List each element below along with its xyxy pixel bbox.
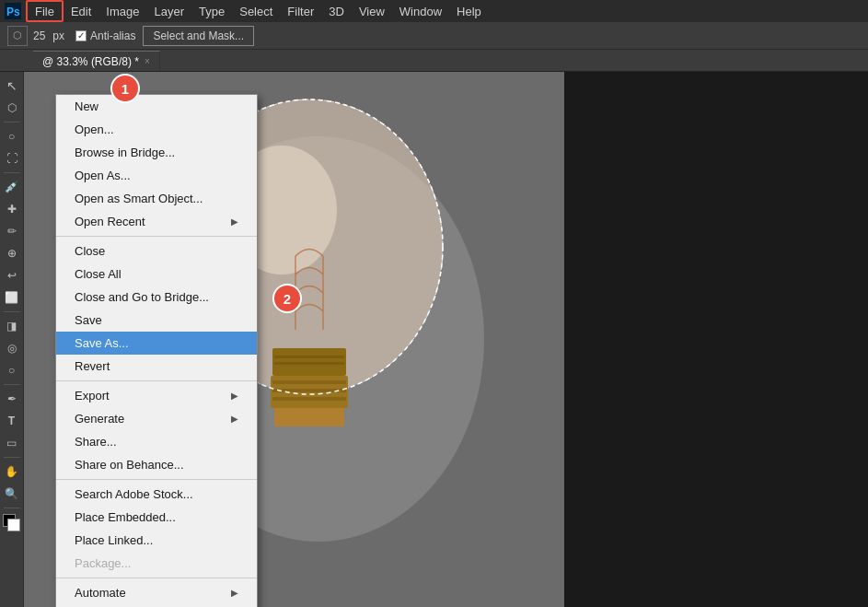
size-value: 25 bbox=[33, 29, 45, 42]
menu-item-open-recent[interactable]: Open Recent ▶ bbox=[56, 210, 257, 233]
menu-item-save[interactable]: Save bbox=[56, 309, 257, 332]
menu-file[interactable]: File bbox=[26, 0, 64, 22]
svg-rect-9 bbox=[274, 356, 344, 358]
automate-arrow: ▶ bbox=[231, 588, 238, 598]
crop-tool[interactable]: ⛶ bbox=[2, 148, 22, 169]
antialias-label: Anti-alias bbox=[90, 29, 135, 42]
menu-3d[interactable]: 3D bbox=[321, 0, 352, 22]
annotation-1: 1 bbox=[112, 76, 138, 101]
menu-item-close[interactable]: Close bbox=[56, 239, 257, 263]
heal-tool[interactable]: ✚ bbox=[2, 199, 22, 219]
selection-tool[interactable]: ⬡ bbox=[2, 98, 22, 118]
svg-text:Ps: Ps bbox=[6, 6, 20, 18]
menu-item-open-as[interactable]: Open As... bbox=[56, 164, 257, 187]
menu-item-generate[interactable]: Generate ▶ bbox=[56, 407, 257, 430]
svg-rect-13 bbox=[272, 397, 346, 401]
menu-item-save-as[interactable]: Save As... bbox=[56, 332, 257, 355]
tools-panel: ↖ ⬡ ○ ⛶ 💉 ✚ ✏ ⊕ ↩ ⬜ ◨ ◎ ○ ✒ T ▭ ✋ 🔍 bbox=[0, 72, 24, 607]
separator-4 bbox=[56, 578, 257, 578]
select-mask-button[interactable]: Select and Mask... bbox=[143, 26, 254, 46]
menu-item-open[interactable]: Open... bbox=[56, 118, 257, 141]
menu-item-new[interactable]: New bbox=[56, 95, 257, 118]
main-area: ↖ ⬡ ○ ⛶ 💉 ✚ ✏ ⊕ ↩ ⬜ ◨ ◎ ○ ✒ T ▭ ✋ 🔍 bbox=[0, 72, 868, 607]
menu-item-place-embedded[interactable]: Place Embedded... bbox=[56, 506, 257, 529]
tool-divider-3 bbox=[4, 311, 20, 312]
antialias-checkbox[interactable]: ✓ bbox=[75, 30, 87, 41]
svg-rect-8 bbox=[274, 362, 344, 365]
size-unit: px bbox=[52, 29, 64, 42]
clone-tool[interactable]: ⊕ bbox=[2, 243, 22, 263]
tool-options: ⬡ 25 px bbox=[7, 26, 68, 46]
menu-item-package: Package... bbox=[56, 552, 257, 575]
canvas-area: New Open... Browse in Bridge... Open As.… bbox=[24, 72, 868, 607]
menu-type[interactable]: Type bbox=[191, 0, 232, 22]
tab-close-button[interactable]: × bbox=[145, 56, 150, 66]
text-tool[interactable]: T bbox=[2, 411, 22, 431]
separator-3 bbox=[56, 479, 257, 480]
tool-divider-6 bbox=[4, 508, 20, 508]
dark-panel bbox=[564, 72, 868, 607]
menu-window[interactable]: Window bbox=[392, 0, 449, 22]
menu-item-search-stock[interactable]: Search Adobe Stock... bbox=[56, 483, 257, 506]
svg-rect-11 bbox=[272, 380, 346, 384]
toolbar: ⬡ 25 px ✓ Anti-alias Select and Mask... bbox=[0, 22, 868, 50]
menu-layer[interactable]: Layer bbox=[147, 0, 192, 22]
tool-divider-4 bbox=[4, 384, 20, 385]
menu-item-automate[interactable]: Automate ▶ bbox=[56, 581, 257, 604]
annotation-2: 2 bbox=[274, 286, 300, 311]
tool-divider-2 bbox=[4, 172, 20, 173]
menu-item-export[interactable]: Export ▶ bbox=[56, 384, 257, 407]
hand-tool[interactable]: ✋ bbox=[2, 461, 22, 482]
file-dropdown-menu: New Open... Browse in Bridge... Open As.… bbox=[55, 94, 258, 607]
submenu-arrow: ▶ bbox=[231, 216, 238, 227]
foreground-color[interactable] bbox=[3, 514, 21, 532]
menu-item-share-behance[interactable]: Share on Behance... bbox=[56, 453, 257, 476]
tool-divider-5 bbox=[4, 457, 20, 458]
separator-2 bbox=[56, 380, 257, 381]
tab-label: @ 33.3% (RGB/8) * bbox=[42, 55, 139, 68]
eyedropper-tool[interactable]: 💉 bbox=[2, 177, 22, 197]
menu-view[interactable]: View bbox=[352, 0, 392, 22]
eraser-tool[interactable]: ⬜ bbox=[2, 287, 22, 308]
blur-tool[interactable]: ◎ bbox=[2, 338, 22, 358]
zoom-tool[interactable]: 🔍 bbox=[2, 484, 22, 504]
menu-filter[interactable]: Filter bbox=[280, 0, 321, 22]
antialias-option: ✓ Anti-alias bbox=[75, 29, 135, 42]
svg-rect-14 bbox=[274, 408, 344, 426]
tabbar: @ 33.3% (RGB/8) * × bbox=[0, 50, 868, 72]
menu-item-close-all[interactable]: Close All bbox=[56, 263, 257, 286]
menu-image[interactable]: Image bbox=[98, 0, 146, 22]
export-arrow: ▶ bbox=[231, 391, 238, 401]
lasso-tool[interactable]: ○ bbox=[2, 126, 22, 146]
menu-item-open-smart[interactable]: Open as Smart Object... bbox=[56, 187, 257, 210]
tool-divider-1 bbox=[4, 122, 20, 123]
menu-select[interactable]: Select bbox=[232, 0, 280, 22]
menubar: Ps File Edit Image Layer Type Select Fil… bbox=[0, 0, 868, 22]
history-tool[interactable]: ↩ bbox=[2, 265, 22, 286]
active-tool-icon: ⬡ bbox=[7, 26, 28, 46]
menu-item-place-linked[interactable]: Place Linked... bbox=[56, 529, 257, 552]
pen-tool[interactable]: ✒ bbox=[2, 389, 22, 409]
gradient-tool[interactable]: ◨ bbox=[2, 316, 22, 336]
menu-edit[interactable]: Edit bbox=[64, 0, 98, 22]
app-logo: Ps bbox=[4, 2, 22, 20]
dodge-tool[interactable]: ○ bbox=[2, 360, 22, 380]
menu-item-close-bridge[interactable]: Close and Go to Bridge... bbox=[56, 286, 257, 309]
document-tab[interactable]: @ 33.3% (RGB/8) * × bbox=[33, 51, 160, 71]
menu-help[interactable]: Help bbox=[449, 0, 489, 22]
generate-arrow: ▶ bbox=[231, 414, 238, 424]
shape-tool[interactable]: ▭ bbox=[2, 433, 22, 453]
menu-item-revert[interactable]: Revert bbox=[56, 355, 257, 378]
move-tool[interactable]: ↖ bbox=[2, 76, 22, 96]
separator-1 bbox=[56, 236, 257, 237]
brush-tool[interactable]: ✏ bbox=[2, 221, 22, 241]
menu-item-share[interactable]: Share... bbox=[56, 430, 257, 453]
menu-item-browse-bridge[interactable]: Browse in Bridge... bbox=[56, 141, 257, 164]
